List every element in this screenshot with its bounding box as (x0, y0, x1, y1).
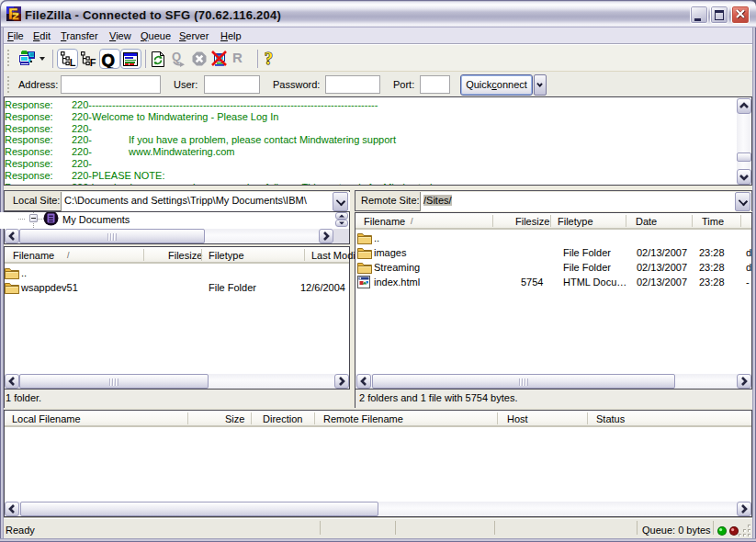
svg-text:F: F (90, 57, 96, 67)
svg-text:Q: Q (102, 51, 115, 68)
svg-text:Q: Q (172, 50, 181, 63)
svg-text:L: L (70, 57, 76, 67)
svg-text:?: ? (265, 50, 273, 68)
